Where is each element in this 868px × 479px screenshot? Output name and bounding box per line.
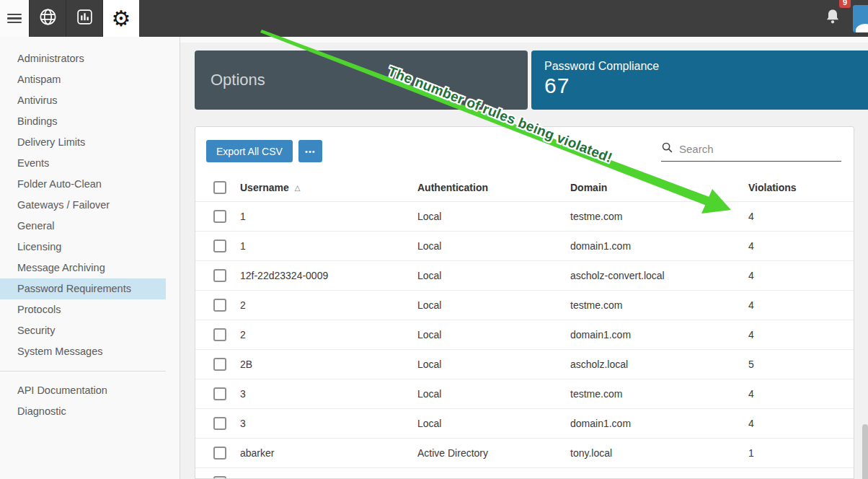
gear-icon: ⚙ bbox=[112, 8, 131, 30]
sidebar-item[interactable]: Message Archiving bbox=[0, 258, 166, 278]
row-checkbox[interactable] bbox=[213, 240, 226, 252]
cell-violations: 4 bbox=[748, 299, 854, 311]
column-header-violations[interactable]: Violations bbox=[748, 182, 854, 193]
table-row[interactable]: 3 Local domain1.com 4 bbox=[195, 408, 854, 438]
table-row[interactable]: 1 Local testme.com 4 bbox=[195, 201, 854, 231]
cell-authentication: Local bbox=[417, 299, 570, 311]
table-row[interactable]: abarker Active Directory tony.local 1 bbox=[195, 438, 854, 467]
table-row[interactable]: 2 Local testme.com 4 bbox=[195, 290, 854, 320]
column-header-authentication[interactable]: Authentication bbox=[417, 182, 570, 193]
sidebar-item-label: Delivery Limits bbox=[17, 136, 85, 148]
column-header-domain[interactable]: Domain bbox=[570, 182, 748, 193]
sidebar-item[interactable]: Events bbox=[0, 153, 166, 174]
tab-reports[interactable] bbox=[66, 0, 102, 37]
bar-chart-icon bbox=[76, 8, 94, 29]
table-toolbar: Export All CSV ••• bbox=[195, 127, 854, 174]
row-checkbox[interactable] bbox=[213, 328, 226, 341]
search-icon bbox=[661, 141, 673, 157]
sidebar-item[interactable]: Delivery Limits bbox=[0, 132, 166, 153]
user-avatar[interactable] bbox=[853, 5, 868, 32]
cell-violations: 4 bbox=[748, 418, 854, 429]
sidebar-item-label: Administrators bbox=[17, 53, 84, 64]
table-row[interactable]: 1 Local domain1.com 4 bbox=[195, 231, 854, 260]
cell-violations: 4 bbox=[748, 211, 854, 222]
cell-violations: 4 bbox=[748, 240, 854, 252]
vertical-scrollbar-thumb[interactable] bbox=[862, 424, 868, 479]
row-checkbox[interactable] bbox=[213, 387, 226, 400]
cell-authentication: Local bbox=[417, 388, 570, 400]
cell-domain: testme.com bbox=[570, 211, 748, 222]
more-actions-button[interactable]: ••• bbox=[298, 140, 322, 162]
tab-webmail[interactable] bbox=[29, 0, 66, 37]
sidebar-item-label: Protocols bbox=[17, 304, 61, 315]
row-checkbox[interactable] bbox=[213, 210, 226, 223]
table-row[interactable]: Active Directory local 1 bbox=[195, 467, 854, 479]
row-checkbox[interactable] bbox=[213, 299, 226, 312]
sidebar-item[interactable]: Password Requirements bbox=[0, 278, 166, 299]
column-header-username[interactable]: Username △ bbox=[240, 182, 417, 193]
search-input[interactable] bbox=[679, 143, 829, 155]
search-box bbox=[661, 141, 841, 162]
table-body: 1 Local testme.com 4 1 Local domain1.com… bbox=[195, 201, 854, 479]
password-compliance-value: 67 bbox=[544, 74, 868, 98]
sidebar-item-label: Licensing bbox=[17, 241, 61, 252]
sidebar-item[interactable]: Licensing bbox=[0, 237, 166, 258]
sidebar-divider bbox=[0, 371, 166, 372]
row-checkbox[interactable] bbox=[213, 269, 226, 282]
row-checkbox[interactable] bbox=[213, 417, 226, 430]
sidebar-item[interactable]: Gateways / Failover bbox=[0, 195, 166, 216]
password-compliance-title: Password Compliance bbox=[544, 60, 868, 73]
cell-domain: domain1.com bbox=[570, 329, 748, 340]
cell-domain: domain1.com bbox=[570, 418, 748, 429]
sidebar-item-label: Folder Auto-Clean bbox=[17, 178, 102, 190]
options-card-title: Options bbox=[211, 71, 265, 89]
page-body: Administrators Antispam Antivirus Bindin… bbox=[0, 37, 868, 479]
cell-username: 2 bbox=[240, 299, 417, 311]
notification-count-badge: 9 bbox=[839, 0, 851, 8]
sort-asc-icon: △ bbox=[295, 184, 301, 192]
sidebar-item-label: System Messages bbox=[17, 346, 102, 357]
sidebar-item[interactable]: Diagnostic bbox=[0, 401, 166, 422]
table-row[interactable]: 3 Local testme.com 4 bbox=[195, 379, 854, 408]
cell-domain: domain1.com bbox=[570, 240, 748, 252]
export-all-csv-button[interactable]: Export All CSV bbox=[206, 140, 293, 162]
sidebar-item[interactable]: Administrators bbox=[0, 48, 166, 69]
table-row[interactable]: 12f-22d23324-0009 Local ascholz-convert.… bbox=[195, 260, 854, 290]
sidebar-item[interactable]: System Messages bbox=[0, 341, 166, 362]
sidebar-footer-list: API Documentation Diagnostic bbox=[0, 380, 180, 422]
sidebar-item[interactable]: Folder Auto-Clean bbox=[0, 174, 166, 195]
sidebar-item[interactable]: Security bbox=[0, 320, 166, 341]
cell-username: 2B bbox=[240, 359, 417, 370]
bell-icon bbox=[824, 17, 841, 29]
cell-violations: 1 bbox=[748, 447, 854, 459]
hamburger-menu-button[interactable] bbox=[0, 0, 29, 37]
cell-domain: tony.local bbox=[570, 447, 748, 459]
row-checkbox[interactable] bbox=[213, 447, 226, 460]
cell-domain: testme.com bbox=[570, 388, 748, 400]
main-content: Options Password Compliance 67 Export Al… bbox=[180, 37, 868, 479]
sidebar-item[interactable]: General bbox=[0, 216, 166, 237]
sidebar-main-list: Administrators Antispam Antivirus Bindin… bbox=[0, 48, 180, 362]
sidebar-item[interactable]: Antivirus bbox=[0, 90, 166, 111]
row-checkbox[interactable] bbox=[213, 476, 226, 479]
sidebar-item-label: General bbox=[17, 220, 55, 232]
cell-username: 3 bbox=[240, 388, 417, 400]
cell-authentication: Local bbox=[417, 240, 570, 252]
sidebar-item-label: Events bbox=[17, 157, 49, 169]
sidebar-item[interactable]: Bindings bbox=[0, 111, 166, 132]
row-checkbox[interactable] bbox=[213, 358, 226, 371]
table-row[interactable]: 2 Local domain1.com 4 bbox=[195, 320, 854, 349]
select-all-checkbox[interactable] bbox=[213, 181, 226, 194]
cell-violations: 4 bbox=[748, 388, 854, 400]
cell-domain: testme.com bbox=[570, 299, 748, 311]
notifications-button[interactable]: 9 bbox=[824, 8, 841, 30]
tab-settings[interactable]: ⚙ bbox=[102, 0, 139, 37]
table-row[interactable]: 2B Local ascholz.local 5 bbox=[195, 349, 854, 379]
sidebar-item[interactable]: Protocols bbox=[0, 299, 166, 320]
sidebar-item[interactable]: API Documentation bbox=[0, 380, 166, 401]
cell-authentication: Local bbox=[417, 270, 570, 281]
cell-username: 1 bbox=[240, 211, 417, 222]
sidebar-item[interactable]: Antispam bbox=[0, 69, 166, 90]
cell-username: abarker bbox=[240, 447, 417, 459]
sidebar-item-label: Gateways / Failover bbox=[17, 199, 110, 211]
